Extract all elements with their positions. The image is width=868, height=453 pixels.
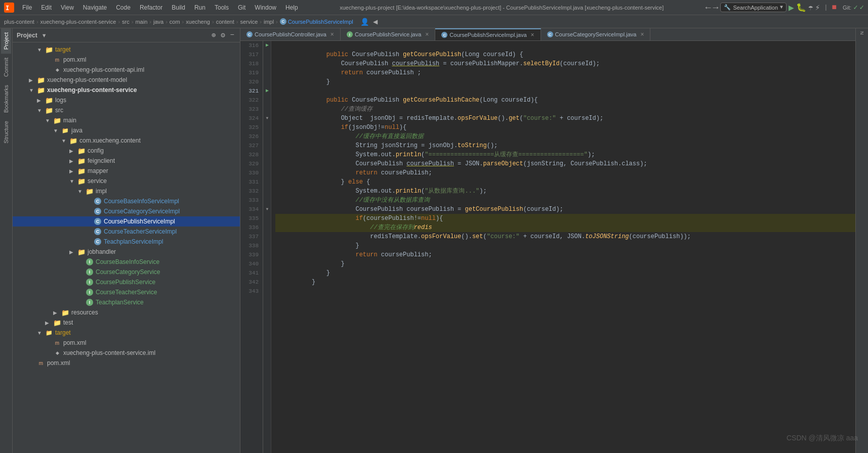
tree-item-jobhandler[interactable]: ▶ 📁 jobhandler: [13, 247, 240, 257]
tree-label-teacher-impl: CourseTeacherServiceImpl: [104, 228, 177, 235]
menu-tools[interactable]: Tools: [211, 3, 233, 12]
vtab-project[interactable]: Project: [1, 28, 11, 54]
menu-git[interactable]: Git: [234, 3, 250, 12]
gutter-327: [263, 141, 271, 150]
method-marker-316[interactable]: ▶: [266, 41, 269, 50]
vtab-notifications[interactable]: N: [858, 28, 865, 38]
sidebar-settings-btn[interactable]: ⚙: [219, 30, 226, 40]
forward-btn[interactable]: →: [713, 3, 719, 13]
menu-navigate[interactable]: Navigate: [79, 3, 111, 12]
coverage-btn[interactable]: ☂: [808, 3, 813, 13]
tree-item-pom-root[interactable]: ▶ m pom.xml: [13, 358, 240, 368]
breadcrumb-content[interactable]: content: [216, 19, 234, 25]
vtab-structure[interactable]: Structure: [1, 117, 11, 148]
tab-controller-close[interactable]: ×: [330, 31, 334, 38]
fold-324[interactable]: ▼: [266, 114, 269, 123]
tree-item-iml2[interactable]: ▶ ◆ xuecheng-plus-content-service.iml: [13, 348, 240, 358]
sidebar-dropdown-icon[interactable]: ▼: [42, 32, 47, 38]
tree-item-src[interactable]: ▼ 📁 src: [13, 105, 240, 115]
menu-refactor[interactable]: Refactor: [136, 3, 167, 12]
tree-item-teacher-impl[interactable]: ▶ C CourseTeacherServiceImpl: [13, 226, 240, 237]
tree-item-config[interactable]: ▶ 📁 config: [13, 146, 240, 156]
tree-item-service-folder[interactable]: ▼ 📁 service: [13, 176, 240, 186]
menu-file[interactable]: File: [18, 3, 36, 12]
breadcrumb-service[interactable]: xuecheng-plus-content-service: [40, 19, 116, 25]
tree-label-test: test: [63, 319, 73, 326]
tab-impl[interactable]: C CoursePublishServiceImpl.java ×: [435, 28, 541, 40]
menu-code[interactable]: Code: [112, 3, 135, 12]
tree-item-main[interactable]: ▼ 📁 main: [13, 115, 240, 125]
tab-service[interactable]: I CoursePublishService.java ×: [341, 28, 435, 40]
tree-item-teacher-svc[interactable]: ▶ I CourseTeacherService: [13, 287, 240, 297]
git-checkmark2[interactable]: ✓: [860, 3, 864, 12]
tree-item-target2[interactable]: ▼ 📁 target: [13, 328, 240, 338]
vtab-bookmarks[interactable]: Bookmarks: [1, 81, 11, 117]
breadcrumb-java[interactable]: java: [153, 19, 163, 25]
tree-item-model[interactable]: ▶ 📁 xuecheng-plus-content-model: [13, 75, 240, 85]
tree-item-resources[interactable]: ▶ 📁 resources: [13, 307, 240, 318]
menu-run[interactable]: Run: [190, 3, 210, 12]
window-title: xuecheng-plus-project [E:\idea-workspace…: [340, 5, 664, 11]
tree-item-package[interactable]: ▼ 📁 com.xuecheng.content: [13, 135, 240, 146]
sidebar-close-btn[interactable]: −: [229, 30, 236, 40]
menu-build[interactable]: Build: [168, 3, 189, 12]
breadcrumb-plus-content[interactable]: plus-content: [4, 19, 34, 25]
back-btn[interactable]: ←: [706, 3, 711, 13]
tree-item-test[interactable]: ▶ 📁 test: [13, 318, 240, 328]
code-editor: 316 317 318 319 320 321 322 323 324 325 …: [240, 41, 855, 453]
fold-334[interactable]: ▼: [266, 205, 269, 214]
tab-impl-close[interactable]: ×: [531, 31, 534, 38]
sidebar-collapse-btn[interactable]: ⊕: [210, 30, 217, 40]
breadcrumb-src[interactable]: src: [122, 19, 130, 25]
config-dropdown-icon[interactable]: ▼: [780, 5, 783, 10]
breadcrumb-service2[interactable]: service: [240, 19, 258, 25]
stop-btn[interactable]: ■: [832, 3, 837, 12]
tree-item-coursebase-impl[interactable]: ▶ C CourseBaseInfoServiceImpl: [13, 196, 240, 206]
tab-controller[interactable]: C CoursePublishController.java ×: [240, 28, 341, 40]
tree-item-pom2[interactable]: ▶ m pom.xml: [13, 338, 240, 348]
breadcrumb-xuecheng[interactable]: xuecheng: [186, 19, 210, 25]
menu-help[interactable]: Help: [281, 3, 302, 12]
tree-item-feignclient[interactable]: ▶ 📁 feignclient: [13, 156, 240, 166]
tree-item-iml1[interactable]: ▶ ◆ xuecheng-plus-content-api.iml: [13, 65, 240, 75]
git-checkmark1[interactable]: ✓: [853, 3, 857, 12]
tree-item-coursebase-svc[interactable]: ▶ I CourseBaseInfoService: [13, 257, 240, 267]
tree-item-teachplan-impl[interactable]: ▶ C TeachplanServiceImpl: [13, 237, 240, 247]
tree-label-target1: target: [55, 46, 71, 53]
tree-item-coursepublish-svc[interactable]: ▶ I CoursePublishService: [13, 277, 240, 287]
tree-item-coursecategory-svc[interactable]: ▶ I CourseCategoryService: [13, 267, 240, 277]
tab-controller-label: CoursePublishController.java: [255, 31, 326, 37]
nav-back-icon[interactable]: ◀: [373, 18, 378, 25]
structure-icon[interactable]: 👤: [360, 18, 369, 26]
profile-btn[interactable]: ⚡: [815, 3, 820, 13]
breadcrumb-class[interactable]: CoursePublishServiceImpl: [288, 19, 353, 25]
tree-item-java[interactable]: ▼ 📁 java: [13, 125, 240, 135]
tab-service-close[interactable]: ×: [425, 31, 429, 38]
ln-329: 329: [244, 159, 259, 168]
run-btn[interactable]: ▶: [789, 2, 794, 13]
gutter-325: [263, 123, 271, 132]
tab-category[interactable]: C CourseCategoryServiceImpl.java ×: [541, 28, 651, 40]
tree-item-logs[interactable]: ▶ 📁 logs: [13, 95, 240, 105]
tree-item-impl-folder[interactable]: ▼ 📁 impl: [13, 186, 240, 196]
tree-item-teachplan-svc[interactable]: ▶ I TeachplanService: [13, 297, 240, 307]
tree-item-mapper[interactable]: ▶ 📁 mapper: [13, 166, 240, 176]
tree-item-coursepublish-impl[interactable]: ▶ C CoursePublishServiceImpl: [13, 216, 240, 226]
code-content[interactable]: public CoursePublish getCoursePublish(Lo…: [271, 41, 855, 453]
tree-label-main: main: [63, 117, 76, 124]
tree-item-target1[interactable]: ▼ 📁 target: [13, 44, 240, 55]
method-marker-321[interactable]: ▶: [266, 86, 269, 96]
menu-view[interactable]: View: [57, 3, 78, 12]
tree-item-coursecategory-impl[interactable]: ▶ C CourseCategoryServiceImpl: [13, 206, 240, 216]
tab-category-close[interactable]: ×: [640, 31, 644, 38]
vtab-commit[interactable]: Commit: [1, 54, 11, 81]
breadcrumb-main[interactable]: main: [135, 19, 147, 25]
menu-window[interactable]: Window: [251, 3, 280, 12]
run-config-label: SearchApplication: [733, 5, 778, 11]
breadcrumb-com[interactable]: com: [170, 19, 180, 25]
breadcrumb-impl[interactable]: impl: [264, 19, 274, 25]
menu-edit[interactable]: Edit: [37, 3, 56, 12]
tree-item-service[interactable]: ▼ 📁 xuecheng-plus-content-service: [13, 85, 240, 95]
debug-btn[interactable]: 🐛: [796, 3, 806, 13]
tree-item-pom1[interactable]: ▶ m pom.xml: [13, 55, 240, 65]
